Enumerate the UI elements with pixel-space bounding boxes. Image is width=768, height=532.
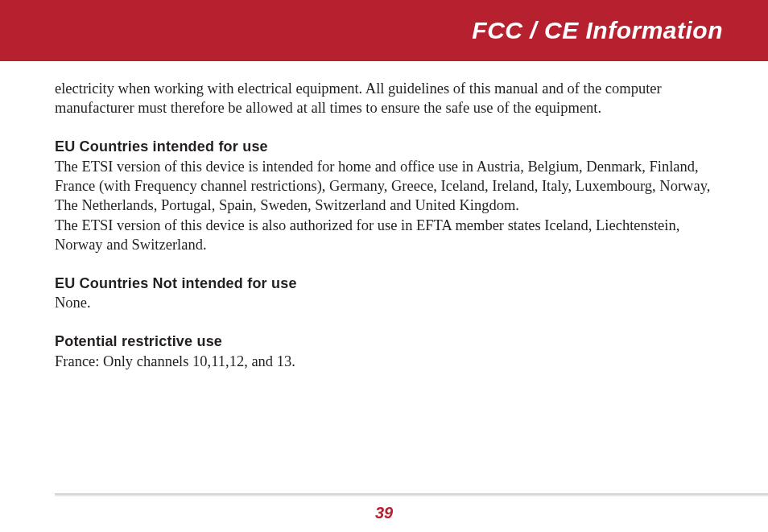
document-page: FCC / CE Information electricity when wo… <box>0 0 768 532</box>
eu-intended-para1: The ETSI version of this device is inten… <box>55 157 713 216</box>
subhead-restrictive: Potential restrictive use <box>55 332 713 352</box>
body-content: electricity when working with electrical… <box>0 61 768 371</box>
section-gap <box>55 313 713 332</box>
eu-intended-para2: The ETSI version of this device is also … <box>55 216 713 255</box>
subhead-eu-not-intended: EU Countries Not intended for use <box>55 274 713 294</box>
section-gap <box>55 255 713 274</box>
eu-not-intended-body: None. <box>55 293 713 312</box>
footer-rule <box>55 493 768 497</box>
header-band: FCC / CE Information <box>0 0 768 61</box>
intro-paragraph-continuation: electricity when working with electrical… <box>55 79 713 118</box>
page-number: 39 <box>0 504 768 522</box>
page-title: FCC / CE Information <box>472 17 723 44</box>
subhead-eu-intended: EU Countries intended for use <box>55 138 713 157</box>
section-gap <box>55 118 713 138</box>
restrictive-body: France: Only channels 10,11,12, and 13. <box>55 352 713 371</box>
